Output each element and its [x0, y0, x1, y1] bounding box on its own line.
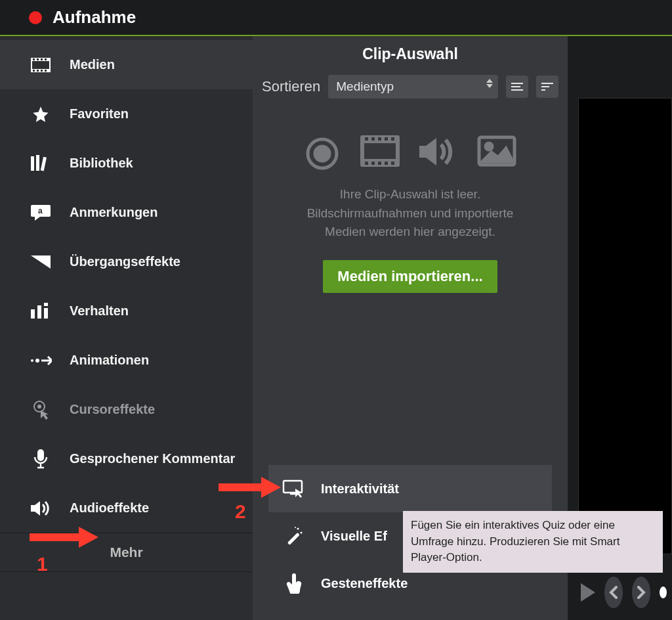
svg-rect-37 [385, 137, 388, 141]
record-indicator-icon [29, 11, 42, 24]
sidebar-item-label: Cursoreffekte [70, 402, 155, 417]
svg-point-50 [295, 527, 296, 528]
view-sort-button[interactable] [536, 76, 558, 98]
callout-number-1: 1 [37, 553, 48, 575]
placeholder-icons [259, 135, 561, 172]
import-media-button[interactable]: Medien importieren... [323, 260, 497, 293]
audio-icon [419, 135, 457, 168]
svg-text:a: a [38, 206, 43, 215]
svg-rect-1 [32, 61, 49, 69]
svg-rect-46 [284, 481, 302, 493]
popup-item-interactivity[interactable]: Interaktivität [268, 465, 552, 512]
sort-dropdown[interactable]: Medientyp [328, 75, 498, 99]
svg-point-31 [315, 146, 329, 161]
prev-button[interactable] [604, 577, 623, 608]
sidebar-item-label: Anmerkungen [70, 205, 158, 220]
annotation-icon: a [28, 205, 54, 221]
topbar-title[interactable]: Aufnahme [52, 7, 136, 28]
record-circle-icon [304, 135, 341, 172]
svg-rect-39 [365, 162, 368, 165]
svg-rect-16 [37, 305, 41, 319]
svg-rect-3 [37, 58, 39, 60]
sidebar-item-label: Favoriten [70, 106, 129, 122]
play-button[interactable] [581, 583, 595, 602]
sidebar-item-annotations[interactable]: a Anmerkungen [0, 188, 253, 237]
transition-icon [28, 255, 54, 269]
callout-number-2: 2 [235, 500, 246, 523]
popup-item-label: Gesteneffekte [321, 576, 408, 591]
sort-value: Medientyp [336, 79, 394, 94]
sort-label: Sortieren [262, 78, 320, 95]
placeholder-text: Ihre Clip-Auswahl ist leer. Bildschirmau… [259, 185, 561, 242]
svg-rect-35 [371, 137, 375, 141]
animation-icon [28, 355, 54, 366]
indicator-dot [660, 587, 667, 598]
popup-item-label: Interaktivität [321, 481, 399, 497]
svg-rect-47 [287, 533, 300, 545]
svg-rect-7 [37, 70, 39, 72]
star-icon [28, 105, 54, 123]
svg-rect-6 [33, 70, 35, 72]
svg-rect-18 [44, 308, 48, 319]
sidebar-item-label: Bibliothek [70, 156, 133, 171]
stepper-icon [486, 79, 493, 88]
sidebar-item-animations[interactable]: Animationen [0, 336, 253, 385]
svg-marker-52 [79, 527, 98, 548]
filmstrip-icon [360, 135, 400, 167]
svg-rect-41 [378, 162, 381, 165]
svg-rect-38 [391, 137, 394, 141]
gesture-icon [278, 573, 309, 594]
svg-rect-12 [41, 156, 47, 171]
sidebar-item-behaviors[interactable]: Verhalten [0, 286, 253, 336]
svg-rect-11 [36, 155, 39, 171]
microphone-icon [28, 449, 54, 469]
cursor-icon [28, 400, 54, 420]
svg-rect-40 [371, 162, 375, 165]
view-list-button[interactable] [506, 76, 528, 98]
svg-point-20 [35, 359, 39, 363]
popup-item-label: Visuelle Ef [321, 529, 387, 544]
sidebar-item-label: Medien [70, 57, 115, 72]
svg-rect-15 [31, 309, 35, 319]
svg-rect-42 [385, 162, 388, 165]
svg-point-19 [31, 359, 33, 362]
svg-point-49 [301, 532, 303, 534]
svg-rect-23 [37, 449, 44, 461]
svg-rect-5 [45, 58, 47, 60]
sidebar-item-label: Audioeffekte [70, 500, 149, 516]
image-icon [477, 135, 516, 167]
sidebar-item-library[interactable]: Bibliothek [0, 139, 253, 188]
interactivity-icon [278, 479, 309, 498]
svg-rect-4 [41, 58, 43, 60]
svg-rect-43 [391, 162, 394, 165]
svg-point-45 [486, 143, 492, 150]
sidebar-item-favorites[interactable]: Favoriten [0, 89, 253, 139]
arrow-2-icon [215, 474, 281, 500]
sort-row: Sortieren Medientyp [259, 75, 561, 109]
svg-rect-36 [378, 137, 381, 141]
behavior-icon [28, 303, 54, 320]
svg-point-22 [38, 405, 41, 408]
sidebar-item-label: Übergangseffekte [70, 254, 180, 269]
next-button[interactable] [632, 577, 650, 608]
svg-marker-54 [261, 477, 281, 498]
sidebar-item-media[interactable]: Medien [0, 40, 253, 89]
sidebar-item-transitions[interactable]: Übergangseffekte [0, 237, 253, 286]
topbar: Aufnahme [0, 0, 672, 36]
svg-point-48 [297, 528, 299, 530]
center-title: Clip-Auswahl [259, 45, 561, 63]
svg-rect-17 [44, 303, 48, 306]
interactivity-tooltip: Fügen Sie ein interaktives Quiz oder ein… [403, 511, 663, 573]
film-icon [28, 58, 54, 72]
svg-rect-34 [365, 137, 368, 141]
svg-rect-2 [33, 58, 35, 60]
more-label: Mehr [110, 544, 142, 560]
wand-icon [278, 526, 309, 546]
svg-rect-8 [41, 70, 43, 72]
library-icon [28, 155, 54, 172]
sidebar-item-cursor-effects[interactable]: Cursoreffekte [0, 385, 253, 434]
speaker-icon [28, 500, 54, 517]
playback-controls [581, 577, 667, 608]
sidebar-item-label: Animationen [70, 353, 149, 368]
sidebar-item-label: Verhalten [70, 303, 129, 319]
